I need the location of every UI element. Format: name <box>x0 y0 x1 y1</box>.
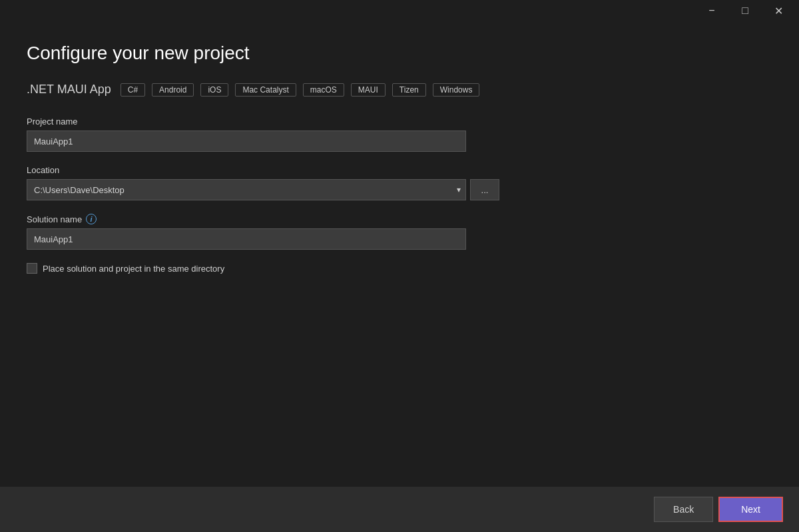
project-name-section: Project name <box>27 117 772 152</box>
tag-maui: MAUI <box>351 83 386 97</box>
maximize-button[interactable]: □ <box>730 0 760 21</box>
tag-android: Android <box>152 83 194 97</box>
title-bar: − □ ✕ <box>0 0 799 21</box>
bottom-bar: Back Next <box>0 487 799 532</box>
tag-macos: macOS <box>303 83 344 97</box>
location-section: Location C:\Users\Dave\Desktop ▾ ... <box>27 165 772 200</box>
close-button[interactable]: ✕ <box>763 0 794 21</box>
location-row: C:\Users\Dave\Desktop ▾ ... <box>27 179 772 200</box>
browse-button[interactable]: ... <box>470 179 499 200</box>
tag-windows: Windows <box>433 83 480 97</box>
tag-ios: iOS <box>200 83 228 97</box>
location-select-wrapper: C:\Users\Dave\Desktop ▾ <box>27 179 466 200</box>
tag-csharp: C# <box>121 83 145 97</box>
same-directory-checkbox[interactable] <box>27 263 37 274</box>
info-icon[interactable]: i <box>86 214 97 224</box>
next-button[interactable]: Next <box>718 497 783 522</box>
project-name-label: Project name <box>27 117 772 127</box>
main-content: Configure your new project .NET MAUI App… <box>0 21 799 295</box>
solution-name-label-row: Solution name i <box>27 214 772 224</box>
minimize-button[interactable]: − <box>696 0 727 21</box>
location-label: Location <box>27 165 772 175</box>
solution-name-section: Solution name i <box>27 214 772 250</box>
tag-mac-catalyst: Mac Catalyst <box>235 83 296 97</box>
project-name-input[interactable] <box>27 131 466 152</box>
project-type-name: .NET MAUI App <box>27 83 111 97</box>
same-directory-label: Place solution and project in the same d… <box>43 264 224 274</box>
solution-name-input[interactable] <box>27 228 466 250</box>
back-button[interactable]: Back <box>654 497 713 522</box>
tag-tizen: Tizen <box>392 83 426 97</box>
project-type-row: .NET MAUI App C# Android iOS Mac Catalys… <box>27 83 772 97</box>
page-title: Configure your new project <box>27 43 772 64</box>
solution-name-label: Solution name <box>27 214 82 224</box>
location-select[interactable]: C:\Users\Dave\Desktop <box>27 179 466 200</box>
checkbox-row: Place solution and project in the same d… <box>27 263 772 274</box>
